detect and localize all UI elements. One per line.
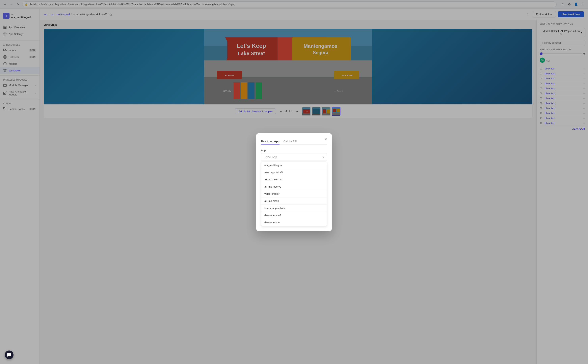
use-in-app-modal: × Use in an App Call by API App Select A… — [256, 133, 332, 231]
modal-overlay[interactable]: × Use in an App Call by API App Select A… — [0, 0, 588, 364]
dropdown-item-4[interactable]: video-creator — [261, 190, 327, 197]
dropdown-item-2[interactable]: Brand_new_ian — [261, 176, 327, 183]
chat-icon — [7, 353, 11, 357]
tab-use-in-app[interactable]: Use in an App — [261, 138, 280, 145]
dropdown-item-6[interactable]: ian-demographics — [261, 205, 327, 212]
dropdown-item-8[interactable]: demo-person — [261, 219, 327, 226]
modal-tabs: Use in an App Call by API — [261, 138, 327, 145]
select-app-dropdown[interactable]: Select App ▾ — [261, 153, 327, 161]
dropdown-menu: ocr_multilingual new_app_take5 Brand_new… — [261, 162, 327, 226]
app-label: App — [261, 149, 327, 152]
dropdown-item-5[interactable]: all-ims-clean — [261, 197, 327, 205]
modal-close-button[interactable]: × — [323, 136, 328, 142]
dropdown-item-7[interactable]: demo-person2 — [261, 212, 327, 219]
dropdown-item-0[interactable]: ocr_multilingual — [261, 162, 327, 169]
dropdown-chevron-icon: ▾ — [323, 156, 324, 159]
chat-bubble[interactable] — [5, 351, 13, 359]
dropdown-item-1[interactable]: new_app_take5 — [261, 169, 327, 176]
dropdown-item-3[interactable]: all-ims-face-v2 — [261, 183, 327, 190]
tab-call-by-api[interactable]: Call by API — [283, 138, 297, 145]
select-app-placeholder: Select App — [264, 156, 277, 159]
